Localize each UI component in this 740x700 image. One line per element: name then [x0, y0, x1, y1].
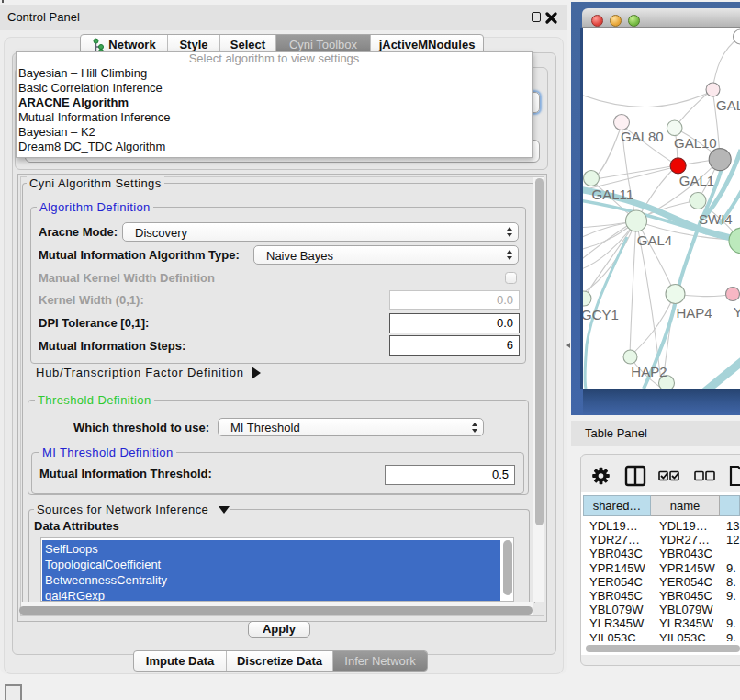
svg-text:GAL4: GAL4 — [637, 232, 672, 248]
svg-text:GAL10: GAL10 — [674, 135, 717, 151]
svg-text:YJ: YJ — [734, 304, 740, 320]
svg-text:GAL80: GAL80 — [621, 129, 664, 144]
svg-text:GAL7: GAL7 — [716, 97, 740, 113]
svg-text:HAP4: HAP4 — [677, 305, 712, 321]
svg-text:GAL1: GAL1 — [679, 173, 714, 188]
svg-text:HAP2: HAP2 — [631, 364, 667, 379]
svg-text:GCY1: GCY1 — [583, 307, 619, 322]
svg-text:GAL11: GAL11 — [592, 186, 634, 202]
svg-text:SWI4: SWI4 — [699, 211, 733, 227]
